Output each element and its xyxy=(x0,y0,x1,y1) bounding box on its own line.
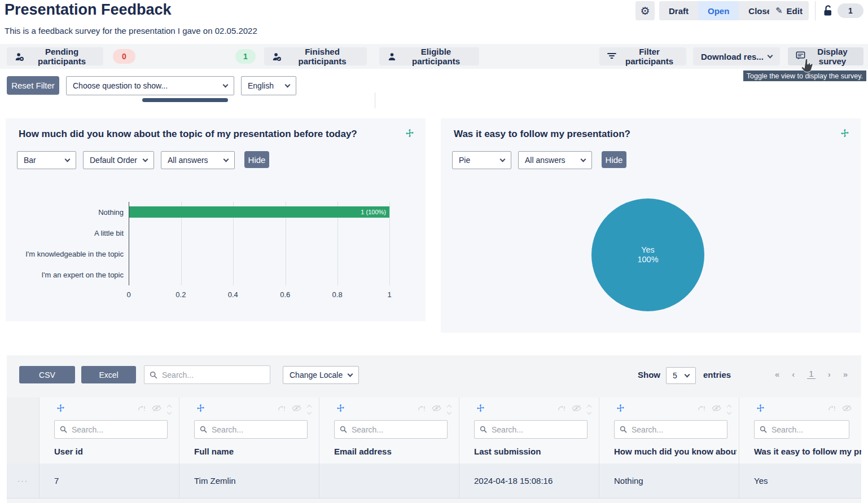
cell-full-name: Tim Zemlin xyxy=(179,464,319,498)
order-select[interactable]: Default Order xyxy=(83,151,154,169)
column-search[interactable] xyxy=(54,420,168,439)
page-subtitle: This is a feedback survey for the presen… xyxy=(5,26,257,36)
pencil-icon: ✎ xyxy=(775,6,783,16)
filter-participants-button[interactable]: Filter participants xyxy=(599,47,686,65)
hand-cursor-pointer xyxy=(801,59,813,76)
bar-chart-card: How much did you know about the topic of… xyxy=(6,118,426,321)
search-icon xyxy=(150,371,157,379)
table-search-input[interactable] xyxy=(162,370,265,380)
change-locale-select[interactable]: Change Locale xyxy=(283,366,359,384)
move-column-icon[interactable] xyxy=(616,404,625,414)
actions-column-header xyxy=(7,398,40,464)
hide-chart-button[interactable]: Hide xyxy=(244,151,269,168)
hide-column-icon[interactable] xyxy=(432,404,441,414)
filter-column-icon[interactable] xyxy=(138,404,146,414)
page-number[interactable]: 1 xyxy=(807,369,815,379)
column-search-input[interactable] xyxy=(771,425,844,434)
cell-question-2: Yes xyxy=(739,464,861,498)
unlock-icon xyxy=(821,4,835,20)
move-column-icon[interactable] xyxy=(756,404,765,414)
status-draft[interactable]: Draft xyxy=(659,1,698,20)
person-x-icon xyxy=(15,52,24,61)
survey-toolbar: Pending participants 0 1 Finished partic… xyxy=(0,44,868,69)
pending-count-badge: 0 xyxy=(113,49,135,64)
column-search[interactable] xyxy=(614,420,727,439)
column-search-input[interactable] xyxy=(632,425,722,434)
filter-column-icon[interactable] xyxy=(278,404,286,414)
table-search[interactable] xyxy=(144,365,270,384)
hide-chart-button[interactable]: Hide xyxy=(602,151,626,168)
pie-slice-label: Yes xyxy=(641,245,655,255)
hide-column-icon[interactable] xyxy=(572,404,581,414)
move-card-icon[interactable] xyxy=(405,129,414,140)
search-icon xyxy=(340,426,347,433)
column-search[interactable] xyxy=(334,420,448,439)
language-select[interactable]: English xyxy=(241,76,296,95)
column-search-input[interactable] xyxy=(72,425,162,434)
finished-participants-button[interactable]: Finished participants xyxy=(264,47,367,65)
hide-column-icon[interactable] xyxy=(152,404,161,414)
pie-slice-yes[interactable]: Yes 100% xyxy=(591,198,704,311)
bar-nothing[interactable]: 1 (100%) xyxy=(129,206,389,218)
move-column-icon[interactable] xyxy=(476,404,485,414)
column-header-question-1: How much did you know about t xyxy=(599,398,739,464)
answers-select[interactable]: All answers xyxy=(518,151,592,169)
chevron-down-icon xyxy=(223,156,229,162)
filter-column-icon[interactable] xyxy=(698,404,705,414)
display-survey-button[interactable]: Display survey xyxy=(788,47,863,65)
column-search-input[interactable] xyxy=(492,425,582,434)
hide-column-icon[interactable] xyxy=(292,404,301,414)
export-excel-button[interactable]: Excel xyxy=(81,366,136,383)
hide-column-icon[interactable] xyxy=(712,404,721,414)
move-column-icon[interactable] xyxy=(336,404,345,414)
person-icon xyxy=(387,52,397,61)
export-csv-button[interactable]: CSV xyxy=(19,366,75,383)
status-toggle: Draft Open Closed xyxy=(659,1,786,20)
move-card-icon[interactable] xyxy=(840,129,849,140)
filter-column-icon[interactable] xyxy=(828,404,836,414)
filter-column-icon[interactable] xyxy=(418,404,426,414)
search-icon xyxy=(480,426,487,433)
chart-type-select[interactable]: Pie xyxy=(452,151,511,169)
page-last-button[interactable]: » xyxy=(843,369,848,379)
page-next-button[interactable]: › xyxy=(828,369,831,379)
filter-lines-icon xyxy=(607,52,616,61)
responses-count-badge[interactable]: 1 xyxy=(838,3,863,18)
reset-filter-button[interactable]: Reset Filter xyxy=(7,76,59,95)
resize-column-icon[interactable] xyxy=(727,405,731,414)
page-prev-button[interactable]: ‹ xyxy=(792,369,795,379)
column-search[interactable] xyxy=(194,420,308,439)
pending-participants-button[interactable]: Pending participants xyxy=(7,47,103,65)
bar-value-label: 1 (100%) xyxy=(361,209,386,215)
settings-button[interactable]: ⚙ xyxy=(635,1,655,20)
resize-column-icon[interactable] xyxy=(588,405,591,414)
move-column-icon[interactable] xyxy=(196,404,205,414)
resize-column-icon[interactable] xyxy=(308,405,311,414)
filter-column-icon[interactable] xyxy=(558,404,565,414)
page-size-select[interactable]: 5 xyxy=(666,367,696,384)
resize-column-icon[interactable] xyxy=(168,405,171,414)
answers-select[interactable]: All answers xyxy=(161,151,235,169)
cell-user-id: 7 xyxy=(40,464,179,498)
chart-type-select[interactable]: Bar xyxy=(17,151,76,169)
pagination: « ‹ 1 › » xyxy=(775,369,848,379)
edit-button[interactable]: ✎ Edit xyxy=(769,1,809,20)
bar-plot-area: 1 (100%) xyxy=(129,202,389,285)
column-search[interactable] xyxy=(474,420,588,439)
status-open[interactable]: Open xyxy=(698,1,739,20)
header-divider xyxy=(815,1,816,20)
chevron-down-icon xyxy=(285,82,291,87)
search-icon xyxy=(200,426,207,433)
row-actions-button[interactable]: ··· xyxy=(7,464,40,498)
question-select[interactable]: Choose question to show... xyxy=(66,76,234,95)
column-search[interactable] xyxy=(754,420,849,439)
download-responses-dropdown[interactable]: Download res... xyxy=(693,47,780,65)
resize-column-icon[interactable] xyxy=(448,405,451,414)
eligible-participants-button[interactable]: Eligible participants xyxy=(379,47,479,65)
column-search-input[interactable] xyxy=(352,425,442,434)
page-first-button[interactable]: « xyxy=(775,369,779,379)
column-search-input[interactable] xyxy=(212,425,302,434)
pie-chart-card: Was it easy to follow my presentation? P… xyxy=(441,118,861,333)
hide-column-icon[interactable] xyxy=(842,404,852,414)
move-column-icon[interactable] xyxy=(56,404,65,414)
